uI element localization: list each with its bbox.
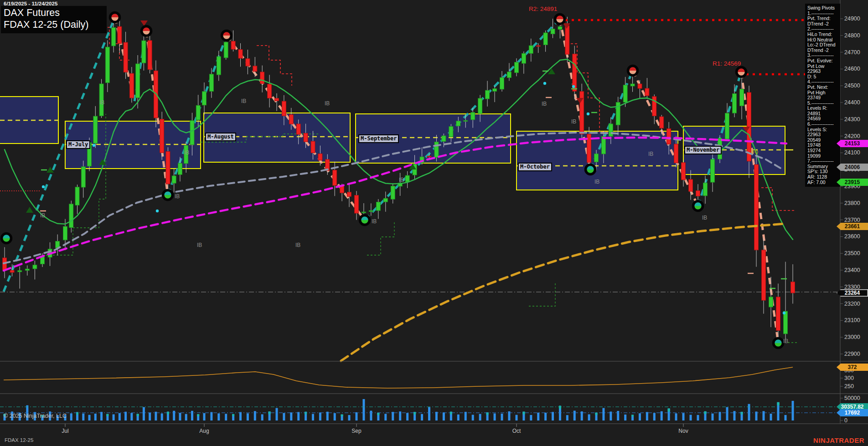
volume-bar [225, 414, 227, 420]
price-axis-label: 23100 [844, 317, 860, 323]
price-axis-label: 23500 [844, 250, 860, 256]
ib-label: IB [40, 212, 45, 219]
volume-bar [552, 412, 554, 420]
volume-bar [501, 414, 503, 420]
price-axis-label: 23800 [844, 200, 860, 206]
volume-axis-label: 50000 [844, 395, 860, 401]
volume-bar [247, 413, 249, 420]
volume-bar [82, 414, 84, 420]
candle [18, 271, 22, 272]
volume-bar [88, 415, 91, 420]
price-axis-label: 22900 [844, 351, 860, 357]
volume-bar [326, 412, 329, 420]
indicator-axis-label: 300 [844, 375, 854, 381]
price-marker-badge: 24153 [837, 140, 868, 147]
volume-bar [544, 413, 547, 420]
volume-bar [726, 407, 728, 420]
price-axis-label: 24900 [844, 15, 860, 22]
candle [667, 128, 671, 144]
candle [148, 41, 152, 70]
price-axis-label: 24600 [844, 66, 860, 72]
volume-bar [748, 404, 750, 420]
volume-bar [566, 415, 568, 420]
candle [282, 101, 286, 116]
candle [142, 41, 146, 63]
month-box-label: M-August [205, 133, 236, 141]
candle [515, 62, 519, 73]
ib-label: IB [648, 151, 653, 157]
price-axis-label: 24300 [844, 116, 860, 123]
volume-bar [494, 414, 496, 420]
month-box-label: M-October [518, 163, 552, 171]
candle [543, 33, 548, 45]
candle [172, 176, 176, 183]
candle [660, 117, 664, 128]
volume-bar [161, 414, 163, 420]
price-axis-label: 24800 [844, 32, 860, 39]
candle [217, 56, 221, 75]
volume-bar [428, 407, 430, 420]
volume-bar [421, 414, 423, 420]
candle [253, 66, 257, 72]
volume-bar [297, 412, 300, 420]
candle [442, 136, 446, 141]
volume-bar [530, 415, 532, 420]
volume-bar [617, 411, 619, 420]
candle [10, 270, 14, 272]
candle [456, 121, 460, 126]
volume-bar [370, 411, 372, 420]
volume-bar [185, 414, 187, 420]
ib-label: IB [175, 193, 180, 200]
price-marker-badge: 372 [837, 364, 868, 371]
volume-bar [290, 412, 292, 420]
candle [362, 212, 366, 213]
ninjatrader-logo: NINJATRADER [813, 436, 864, 444]
volume-bar [239, 412, 242, 420]
candle [355, 195, 359, 213]
price-marker-badge: 23264 [837, 289, 868, 297]
volume-bar [639, 413, 641, 420]
volume-bar [697, 415, 699, 420]
candle [231, 41, 235, 49]
candle [769, 297, 773, 307]
candle [209, 74, 213, 92]
price-axis-label: 24100 [844, 149, 860, 156]
candle [118, 26, 122, 43]
candle [594, 154, 599, 162]
candle [166, 151, 170, 184]
candle [565, 26, 569, 54]
volume-bar [143, 407, 145, 420]
candle [93, 116, 98, 143]
status-bar-instrument[interactable]: FDAX 12-25 [5, 437, 33, 443]
ib-label: IB [702, 215, 707, 221]
volume-bar [356, 412, 358, 420]
price-marker-badge: 23915 [837, 179, 868, 186]
candle [689, 179, 693, 191]
volume-bar [682, 413, 685, 420]
candle [630, 84, 635, 86]
volume-bar [712, 414, 714, 420]
entry-dot-icon [587, 113, 589, 115]
volume-bar [472, 415, 474, 420]
candle [124, 42, 128, 72]
candle [652, 97, 656, 116]
candle [112, 27, 116, 46]
volume-bar [124, 412, 127, 420]
candle [318, 154, 322, 160]
candle [25, 269, 29, 271]
volume-bar [319, 412, 321, 420]
volume-bar [392, 412, 394, 420]
volume-bar [690, 415, 692, 420]
volume-bar [130, 413, 133, 420]
candle [391, 186, 395, 199]
candle [238, 50, 243, 58]
candle [160, 119, 164, 153]
candle [33, 265, 37, 269]
candle [733, 94, 737, 113]
volume-bar [435, 412, 438, 420]
volume-bar [149, 413, 151, 420]
volume-bar [348, 415, 351, 420]
price-axis-label: 24700 [844, 49, 860, 56]
volume-bar [646, 412, 648, 420]
candle [129, 73, 134, 98]
